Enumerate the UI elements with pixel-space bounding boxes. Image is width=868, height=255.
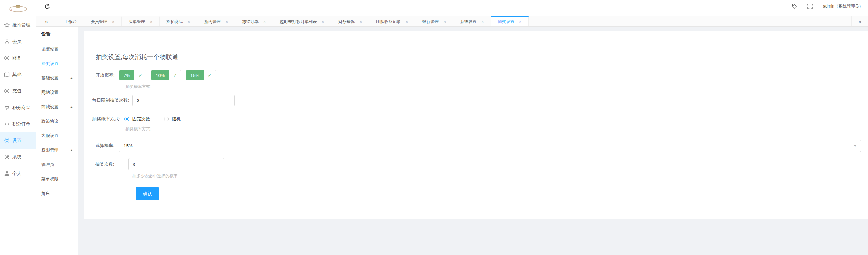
probability-option-15[interactable]: 15% ✓ <box>186 70 216 80</box>
sidebar-item-recharge[interactable]: 充值 <box>0 83 36 99</box>
tab-member-manage[interactable]: 会员管理× <box>84 16 122 26</box>
sidebar-item-settings[interactable]: 设置 <box>0 132 36 149</box>
submenu-item-website-settings[interactable]: 网站设置 <box>36 85 78 100</box>
logo-image <box>7 3 29 13</box>
submenu-item-label: 网站设置 <box>41 90 58 96</box>
topbar: admin（系统管理员） <box>36 0 868 16</box>
tab-reservation-manage[interactable]: 预约管理× <box>197 16 235 26</box>
tab-close-icon[interactable]: × <box>112 20 114 24</box>
sidebar-item-label: 其他 <box>12 71 21 78</box>
sidebar-item-finance[interactable]: 财务 <box>0 50 36 66</box>
sidebar-item-points-orders[interactable]: 积分订单 <box>0 116 36 132</box>
refresh-icon[interactable] <box>44 4 50 10</box>
submenu-item-basic-settings[interactable]: 基础设置▲ <box>36 71 78 85</box>
probability-option-7[interactable]: 7% ✓ <box>119 70 147 80</box>
confirm-button[interactable]: 确认 <box>136 187 159 200</box>
tab-label: 系统设置 <box>460 19 476 25</box>
tabs-scroll-left-button[interactable]: « <box>36 16 57 26</box>
sidebar-item-points-goods[interactable]: 积分商品 <box>0 99 36 116</box>
user-menu[interactable]: admin（系统管理员） <box>823 3 863 9</box>
tab-close-icon[interactable]: × <box>150 20 152 24</box>
collapse-arrow-icon: ▲ <box>70 149 73 152</box>
select-probability-dropdown[interactable]: 15% ▼ <box>119 140 861 152</box>
tab-bank-manage[interactable]: 银行管理× <box>415 16 453 26</box>
submenu-item-menu-permissions[interactable]: 菜单权限 <box>36 172 78 186</box>
tools-icon <box>4 154 10 160</box>
submenu-item-label: 系统设置 <box>41 46 58 52</box>
radio-label: 固定次数 <box>132 116 150 122</box>
sidebar-item-label: 财务 <box>12 55 21 61</box>
tab-finance-overview[interactable]: 财务概况× <box>331 16 369 26</box>
tab-label: 会员管理 <box>91 19 107 25</box>
draw-count-helper: 抽多少次必中选择的概率 <box>132 173 868 179</box>
tab-label: 银行管理 <box>422 19 439 25</box>
select-probability-label: 选择概率: <box>95 143 114 149</box>
submenu-item-administrators[interactable]: 管理员 <box>36 157 78 172</box>
tab-label: 预约管理 <box>204 19 221 25</box>
tab-close-icon[interactable]: × <box>226 20 228 24</box>
sidebar-item-personal[interactable]: 个人 <box>0 165 36 182</box>
radio-random[interactable]: 随机 <box>164 116 181 122</box>
gear-icon <box>4 138 10 143</box>
tab-close-icon[interactable]: × <box>481 20 484 24</box>
sidebar-item-label: 积分订单 <box>12 121 30 127</box>
submenu-item-label: 政策协议 <box>41 119 58 124</box>
check-icon: ✓ <box>134 70 146 80</box>
tab-overdue-orders[interactable]: 超时未打款订单列表× <box>273 16 331 26</box>
form-title-divider: 抽奖设置,每次消耗一个物联通 <box>84 53 868 61</box>
daily-limit-label: 每日限制抽奖次数: <box>92 97 129 103</box>
person-icon <box>4 171 10 176</box>
yen-circle-icon <box>4 55 10 61</box>
submenu-item-system-settings[interactable]: 系统设置 <box>36 42 78 56</box>
daily-limit-input[interactable] <box>132 95 235 106</box>
tabbar: « 工作台 会员管理× 买单管理× 抢拍商品× 预约管理× 冻结订单× 超时未打… <box>36 16 868 27</box>
collapse-arrow-icon: ▲ <box>70 106 73 109</box>
submenu-item-permission-manage[interactable]: 权限管理▲ <box>36 143 78 157</box>
sidebar-item-members[interactable]: 会员 <box>0 33 36 50</box>
tag-icon[interactable] <box>792 4 797 9</box>
submenu-item-lottery-settings[interactable]: 抽奖设置 <box>36 56 78 71</box>
sidebar-item-label: 积分商品 <box>12 104 30 111</box>
draw-count-input[interactable] <box>128 158 224 170</box>
tab-close-icon[interactable]: × <box>322 20 324 24</box>
tabs-scroll-right-button[interactable]: » <box>851 16 868 26</box>
sidebar-item-auction-manage[interactable]: 抢拍管理 <box>0 17 36 33</box>
submenu-item-policy-agreement[interactable]: 政策协议 <box>36 114 78 129</box>
app-logo <box>0 0 36 16</box>
radio-label: 随机 <box>172 116 181 122</box>
submenu-header: 设置 <box>36 27 78 42</box>
probability-option-10[interactable]: 10% ✓ <box>151 70 181 80</box>
cart-icon <box>4 105 10 110</box>
sidebar-item-other[interactable]: 其他 <box>0 66 36 83</box>
tab-close-icon[interactable]: × <box>360 20 362 24</box>
submenu-item-customer-service[interactable]: 客服设置 <box>36 129 78 143</box>
sidebar-item-system[interactable]: 系统 <box>0 149 36 165</box>
chevron-double-right-icon: » <box>858 19 861 25</box>
check-icon: ✓ <box>169 70 181 80</box>
main-nav: 抢拍管理 会员 财务 其他 充值 积分商品 <box>0 16 36 182</box>
tab-label: 工作台 <box>64 19 77 25</box>
tab-lottery-settings[interactable]: 抽奖设置× <box>491 16 529 26</box>
collapse-arrow-icon: ▲ <box>70 77 73 80</box>
tab-close-icon[interactable]: × <box>406 20 408 24</box>
sidebar-item-label: 个人 <box>12 170 21 177</box>
tab-close-icon[interactable]: × <box>188 20 190 24</box>
radio-fixed-count[interactable]: 固定次数 <box>124 116 150 122</box>
submenu-item-mall-settings[interactable]: 商城设置▲ <box>36 100 78 114</box>
tab-team-income[interactable]: 团队收益记录× <box>369 16 415 26</box>
caret-down-icon: ▼ <box>853 144 857 147</box>
tab-auction-goods[interactable]: 抢拍商品× <box>160 16 197 26</box>
probability-mode-helper: 抽奖概率方式 <box>125 126 868 132</box>
tab-close-icon[interactable]: × <box>263 20 266 24</box>
draw-count-label: 抽奖次数: <box>95 161 114 167</box>
tab-label: 抽奖设置 <box>498 19 514 25</box>
app-window: 抢拍管理 会员 财务 其他 充值 积分商品 <box>0 0 868 255</box>
tab-frozen-orders[interactable]: 冻结订单× <box>235 16 273 26</box>
submenu-item-roles[interactable]: 角色 <box>36 186 78 201</box>
tab-system-settings[interactable]: 系统设置× <box>453 16 491 26</box>
tab-order-pay-manage[interactable]: 买单管理× <box>122 16 160 26</box>
fullscreen-icon[interactable] <box>807 4 813 9</box>
tab-close-icon[interactable]: × <box>519 20 521 24</box>
tab-close-icon[interactable]: × <box>443 20 446 24</box>
tab-workbench[interactable]: 工作台 <box>57 16 84 26</box>
